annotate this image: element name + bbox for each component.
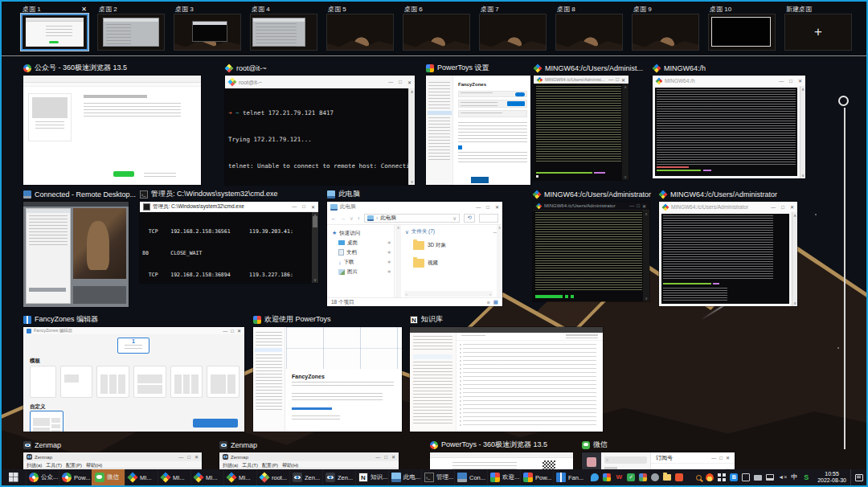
- collapse-icon[interactable]: ∨: [405, 229, 409, 235]
- taskbar-fancyzones[interactable]: Fan...: [553, 469, 586, 485]
- tray-apps-grid-icon[interactable]: [718, 473, 726, 481]
- back-icon[interactable]: ←: [331, 215, 337, 221]
- new-desktop-button[interactable]: +: [784, 14, 852, 51]
- desktop-9[interactable]: 桌面 9: [632, 4, 699, 51]
- sidebar-scrollbar[interactable]: ∧: [395, 225, 401, 297]
- desktop-2[interactable]: 桌面 2: [97, 4, 165, 51]
- taskbar-cmd[interactable]: ›_管理...: [421, 469, 454, 485]
- desktop-5-thumbnail[interactable]: [326, 14, 394, 51]
- sidebar-documents[interactable]: 文档 ∗: [332, 248, 394, 257]
- taskbar-notion[interactable]: N知识...: [355, 469, 388, 485]
- desktop-9-thumbnail[interactable]: [632, 14, 699, 51]
- desktop-10-thumbnail[interactable]: [708, 14, 776, 51]
- minimize-icon[interactable]: —: [388, 80, 393, 84]
- custom-layout-card[interactable]: [30, 411, 63, 432]
- taskbar-remote-desktop[interactable]: Con...: [454, 469, 487, 485]
- desktop-6-thumbnail[interactable]: [403, 14, 470, 51]
- window-thumbnail[interactable]: MINGW64:/c/Users/Administ... —□✕ ∧∨: [534, 76, 628, 180]
- zenmap-menubar[interactable]: 扫描(a) 工具(T) 配置(P) 帮助(H): [219, 461, 399, 469]
- tray-volume-muted-icon[interactable]: ◄×: [778, 473, 786, 481]
- tray-gray-circle-icon[interactable]: [651, 473, 659, 481]
- desktop-8-thumbnail[interactable]: [555, 14, 623, 51]
- files-scrollbar[interactable]: ∧: [497, 225, 502, 297]
- taskbar-powertoys-settings[interactable]: Pow...: [520, 469, 553, 485]
- desktop-1-thumbnail[interactable]: [21, 14, 88, 51]
- desktop-10[interactable]: 桌面 10: [708, 4, 776, 51]
- taskbar-clock[interactable]: 10:55 2022-08-30: [813, 469, 850, 485]
- desktop-3[interactable]: 桌面 3: [174, 4, 241, 51]
- desktop-4-thumbnail[interactable]: [250, 14, 317, 51]
- tray-wps-icon[interactable]: W: [615, 473, 623, 481]
- window-thumbnail[interactable]: 管理员: C:\Windows\system32\cmd.exe —□✕ TCP…: [140, 202, 318, 283]
- template-grid[interactable]: [170, 366, 203, 398]
- tray-powertoys-icon[interactable]: [603, 473, 611, 481]
- wechat-avatar[interactable]: [587, 457, 596, 467]
- desktop-1[interactable]: 桌面 1 ✕: [21, 4, 88, 51]
- up-icon[interactable]: ↑: [358, 215, 360, 221]
- tray-ime-indicator[interactable]: 中: [790, 473, 798, 481]
- monitor-selector[interactable]: 1: [117, 338, 149, 354]
- refresh-icon[interactable]: ⟲: [464, 214, 475, 223]
- list-view-icon[interactable]: ≡: [487, 300, 490, 305]
- folder-3d-objects[interactable]: 3D 对象: [405, 236, 498, 254]
- desktop-6[interactable]: 桌面 6: [403, 4, 470, 51]
- desktop-7-thumbnail[interactable]: [479, 14, 547, 51]
- close-icon[interactable]: ✕: [407, 80, 411, 85]
- dropdown-icon[interactable]: ∨: [350, 215, 354, 222]
- window-thumbnail[interactable]: 此电脑 —□✕ ← → ∨ ↑ › 此电脑 ∨ ⟲ ★: [327, 202, 502, 306]
- window-thumbnail[interactable]: MINGW64:/c/Users/Administrator —□✕ ∧∨: [659, 202, 797, 306]
- taskbar-wechat[interactable]: 微信: [92, 469, 125, 485]
- window-thumbnail[interactable]: MINGW64:/c/Users/Administrator —□✕ ∧∨: [533, 202, 649, 301]
- window-thumbnail[interactable]: FancyZones: [426, 76, 530, 185]
- tray-display-icon[interactable]: [742, 473, 750, 481]
- address-bar[interactable]: › 此电脑 ∨: [364, 214, 460, 223]
- create-layout-button[interactable]: [193, 419, 238, 428]
- taskbar-ssh-root[interactable]: root...: [256, 469, 289, 485]
- desktop-3-thumbnail[interactable]: [174, 14, 241, 51]
- taskbar-mingw64-1[interactable]: MI...: [125, 469, 158, 485]
- sidebar-desktop[interactable]: 桌面 ∗: [332, 238, 394, 248]
- forward-icon[interactable]: →: [341, 215, 346, 221]
- template-priority-grid[interactable]: [207, 366, 240, 398]
- tray-camera-icon[interactable]: [754, 475, 762, 481]
- search-box[interactable]: [479, 214, 498, 223]
- desktop-2-thumbnail[interactable]: [97, 14, 165, 51]
- taskbar-thispc[interactable]: 此电...: [388, 469, 421, 485]
- template-blank[interactable]: [30, 366, 56, 398]
- tray-sogou-icon[interactable]: S: [802, 473, 810, 481]
- desktop-close-icon[interactable]: ✕: [81, 6, 87, 13]
- desktop-8[interactable]: 桌面 8: [555, 4, 623, 51]
- template-columns[interactable]: [96, 366, 129, 398]
- window-thumbnail[interactable]: FancyZones: [253, 327, 402, 432]
- window-thumbnail[interactable]: [23, 202, 129, 307]
- start-button[interactable]: [2, 469, 26, 485]
- template-focus[interactable]: [60, 366, 93, 398]
- folder-videos[interactable]: 视频: [405, 254, 498, 272]
- taskbar-zenmap-1[interactable]: Zen...: [289, 469, 322, 485]
- window-thumbnail[interactable]: [410, 327, 603, 432]
- taskbar-zenmap-2[interactable]: Zen...: [322, 469, 355, 485]
- new-desktop[interactable]: 新建桌面 +: [784, 4, 852, 51]
- maximize-icon[interactable]: □: [399, 80, 402, 84]
- sidebar-quick-access[interactable]: ★ 快速访问: [332, 228, 394, 238]
- tray-network-icon[interactable]: [766, 474, 774, 481]
- window-thumbnail[interactable]: [23, 76, 201, 185]
- sidebar-downloads[interactable]: ↓ 下载 ∗: [332, 257, 394, 267]
- window-thumbnail[interactable]: FancyZones 编辑器 —□✕ 1 模板 自定义: [23, 327, 244, 432]
- tray-folder-icon[interactable]: [663, 474, 671, 481]
- desktop-5[interactable]: 桌面 5: [326, 4, 394, 51]
- tray-flame-icon[interactable]: [706, 473, 714, 481]
- taskbar-mingw64-4[interactable]: MI...: [223, 469, 256, 485]
- action-center-button[interactable]: [850, 469, 866, 485]
- window-thumbnail[interactable]: root@it-~ —□✕ ➜ ~ telnet 172.21.79.121 8…: [225, 76, 415, 185]
- thumbnail-view-icon[interactable]: ▦: [493, 299, 498, 305]
- desktop-7[interactable]: 桌面 7: [479, 4, 547, 51]
- sidebar-pictures[interactable]: 图片 ∗: [332, 267, 394, 276]
- horizontal-scrollbar[interactable]: ‹›: [404, 291, 493, 297]
- zenmap-menubar[interactable]: 扫描(a) 工具(T) 配置(P) 帮助(H): [23, 461, 202, 469]
- desktop-4[interactable]: 桌面 4: [250, 4, 317, 51]
- tray-bluetooth-icon[interactable]: B: [730, 473, 738, 481]
- tray-security-check-icon[interactable]: ✓: [627, 473, 635, 481]
- tray-utility-icon[interactable]: [639, 473, 647, 481]
- taskbar-mingw64-3[interactable]: MI...: [190, 469, 223, 485]
